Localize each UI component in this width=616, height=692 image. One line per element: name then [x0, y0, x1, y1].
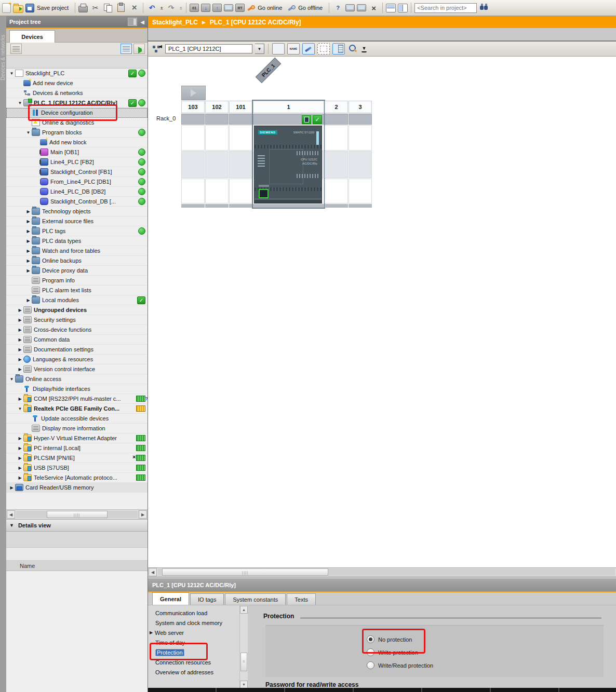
expander-icon[interactable]: ▼ [8, 377, 15, 382]
expander-icon[interactable]: ▶ [17, 367, 23, 372]
tree-item-online-backups[interactable]: ▶Online backups [6, 256, 148, 266]
panes-icon[interactable] [128, 18, 137, 26]
tree-item-languages-resources[interactable]: ▶Languages & resources [6, 355, 148, 364]
zoom-options-icon[interactable]: ▼ [361, 45, 367, 52]
tree-item-line4-plc-db-db2[interactable]: Line4_PLC_DB [DB2] [6, 187, 148, 197]
tree-item-device-configuration[interactable]: Device configuration [6, 108, 148, 118]
expander-icon[interactable]: ▶ [25, 209, 32, 214]
expander-icon[interactable]: ▶ [25, 259, 32, 263]
details-view-header[interactable]: ▼ Details view [6, 519, 148, 532]
scroll-right-icon[interactable]: ▶ [139, 510, 147, 519]
expander-icon[interactable]: ▶ [17, 456, 23, 460]
tab-general[interactable]: General [152, 592, 189, 605]
tree-item-devices-networks[interactable]: Devices & networks [6, 88, 148, 98]
expander-icon[interactable]: ▶ [25, 298, 32, 303]
tree-item-update-accessible-devices[interactable]: Update accessible devices [6, 414, 148, 424]
slot-cell[interactable] [229, 179, 252, 203]
tree-item-usb-s7usb[interactable]: ▶USB [S7USB] [6, 463, 148, 473]
tree-item-security-settings[interactable]: ▶Security settings [6, 315, 148, 325]
tree-settings-icon[interactable] [10, 44, 22, 54]
expander-icon[interactable]: ▼ [17, 101, 23, 105]
radio-no-protection[interactable] [367, 635, 374, 643]
tree-item-plc-tags[interactable]: ▶PLC tags [6, 226, 148, 236]
redo-options-icon[interactable]: ± [179, 3, 183, 13]
expander-icon[interactable]: ▼ [17, 406, 23, 411]
expander-icon[interactable]: ▶ [25, 268, 32, 273]
tree-item-add-new-device[interactable]: Add new device [6, 78, 148, 88]
list-view-icon[interactable] [120, 44, 132, 54]
tree-item-line4-plc-fb2[interactable]: Line4_PLC [FB2] [6, 157, 148, 167]
tree-item-stacklight-control-fb1[interactable]: Stacklight_Control [FB1] [6, 167, 148, 177]
go-online-button[interactable]: Go online [258, 5, 282, 11]
rename-tag-icon[interactable]: NAME [287, 43, 300, 55]
tree-item-realtek-pcie-gbe-family-con[interactable]: ▼Realtek PCIe GBE Family Con... [6, 404, 148, 414]
tree-item-plc-data-types[interactable]: ▶PLC data types [6, 236, 148, 246]
tree-item-plc-1-cpu-1212c-ac-dc-rly[interactable]: ▼PLC_1 [CPU 1212C AC/DC/Rly]✓ [6, 98, 148, 108]
cut-icon[interactable]: ✂ [90, 3, 101, 13]
collapse-panel-icon[interactable]: ◀ [140, 19, 144, 25]
new-project-icon[interactable] [2, 3, 11, 13]
tree-item-common-data[interactable]: ▶Common data [6, 335, 148, 345]
slot-cell[interactable] [229, 151, 252, 178]
tree-item-stacklight-plc[interactable]: ▼Stacklight_PLC✓ [6, 69, 148, 78]
tree-item-documentation-settings[interactable]: ▶Documentation settings [6, 345, 148, 355]
rack-slot-1[interactable]: 1✓SIEMENSSIMATIC S7-1200CPU 1212CAC/DC/R… [253, 101, 324, 208]
expander-icon[interactable]: ▶ [17, 347, 23, 352]
slot-cell[interactable] [349, 179, 372, 203]
tree-item-display-more-information[interactable]: Display more information [6, 424, 148, 433]
grid-icon[interactable] [317, 43, 330, 55]
compile-icon[interactable]: 01 [190, 4, 199, 12]
radio-row-write-protection[interactable]: Write protection [265, 646, 604, 659]
split-editor-vertical-icon[interactable] [398, 4, 408, 12]
expander-icon[interactable]: ▶ [17, 476, 23, 480]
tree-item-from-line4-plc-db1[interactable]: From_Line4_PLC [DB1] [6, 177, 148, 187]
stop-simulation-icon[interactable] [357, 4, 366, 11]
cpu-module[interactable]: SIEMENSSIMATIC S7-1200CPU 1212CAC/DC/Rly [254, 126, 322, 203]
radio-write-read-protection[interactable] [367, 661, 374, 669]
go-online-icon[interactable] [247, 4, 255, 11]
tab-devices[interactable]: Devices [9, 30, 55, 43]
slot-cell[interactable] [181, 125, 205, 151]
tree-item-cross-device-functions[interactable]: ▶Cross-device functions [6, 325, 148, 335]
nav-item-time-of-day[interactable]: Time of day [148, 637, 239, 647]
slot-cell[interactable] [349, 125, 372, 151]
tree-item-pc-internal-local[interactable]: ▶PC internal [Local] [6, 443, 148, 453]
expander-icon[interactable]: ▶ [25, 219, 32, 224]
delete-icon[interactable]: × [129, 3, 140, 13]
tab-texts[interactable]: Texts [287, 593, 316, 605]
tree-item-hyper-v-virtual-ethernet-adapter[interactable]: ▶Hyper-V Virtual Ethernet Adapter [6, 433, 148, 443]
search-input[interactable] [414, 3, 477, 13]
device-selector[interactable]: PLC_1 [CPU 1212C] [165, 44, 252, 53]
tree-item-plc-alarm-text-lists[interactable]: PLC alarm text lists [6, 286, 148, 295]
zoom-in-icon[interactable] [347, 44, 359, 54]
split-editor-horizontal-icon[interactable] [386, 4, 396, 12]
device-selector-dropdown-icon[interactable]: ▼ [255, 44, 264, 54]
radio-row-no-protection[interactable]: No protection [265, 633, 604, 646]
rack-expand-button[interactable] [181, 86, 206, 100]
rack-slot-3[interactable]: 3 [349, 101, 372, 208]
slot-cell[interactable] [349, 151, 372, 178]
slot-cell[interactable] [205, 125, 229, 151]
scrollbar-thumb[interactable]: |||| [162, 568, 328, 576]
expander-icon[interactable]: ▼ [8, 71, 15, 76]
scroll-down-icon[interactable]: ▼ [240, 681, 248, 688]
start-simulation-icon[interactable] [345, 4, 355, 11]
print-icon[interactable] [78, 6, 88, 12]
rack-slot-101[interactable]: 101 [229, 101, 252, 208]
tree-item-add-new-block[interactable]: Add new block [6, 138, 148, 147]
slot-cell[interactable] [229, 125, 252, 151]
slot-cell[interactable] [181, 179, 205, 203]
nav-item-overview-of-addresses[interactable]: Overview of addresses [148, 667, 239, 677]
tree-horizontal-scrollbar[interactable]: ◀ |||| ▶ [6, 509, 148, 519]
scroll-up-icon[interactable]: ▲ [240, 606, 248, 614]
tree-item-version-control-interface[interactable]: ▶Version control interface [6, 364, 148, 374]
nav-item-communication-load[interactable]: Communication load [148, 608, 239, 618]
expander-icon[interactable]: ▶ [17, 446, 23, 451]
network-view-icon[interactable] [151, 44, 163, 54]
scroll-left-icon[interactable]: ◀ [149, 568, 157, 576]
device-overview-icon[interactable] [332, 43, 345, 55]
device-tag[interactable]: PLC_1 [256, 58, 282, 84]
network-view-icon[interactable] [133, 44, 145, 54]
slot-cell[interactable] [325, 151, 348, 178]
nav-item-system-and-clock-memory[interactable]: System and clock memory [148, 618, 239, 628]
